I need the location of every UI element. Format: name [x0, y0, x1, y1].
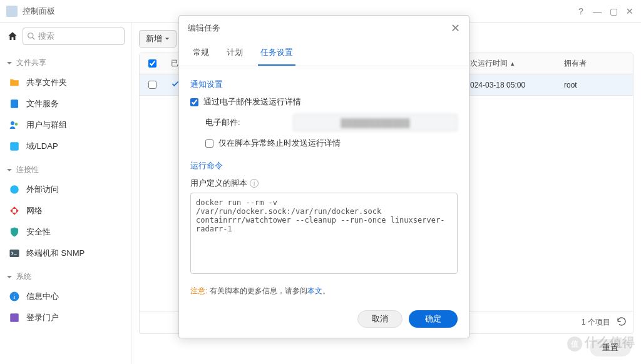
cell-owner: root [558, 81, 633, 89]
run-command-section-title: 运行命令 [190, 160, 458, 171]
notification-section-title: 通知设置 [190, 79, 458, 90]
sidebar-item-domain-ldap[interactable]: 域/LDAP [0, 136, 131, 157]
window-controls: ? — ▢ ✕ [576, 6, 635, 16]
item-count: 1 个项目 [582, 317, 610, 328]
minimize-icon[interactable]: — [592, 6, 602, 16]
ldap-icon [9, 141, 20, 152]
close-icon[interactable]: ✕ [451, 21, 460, 35]
sidebar-group-system[interactable]: 系统 [0, 268, 131, 286]
row-select-checkbox[interactable] [148, 81, 156, 89]
confirm-button[interactable]: 确定 [409, 310, 458, 328]
users-icon [9, 119, 20, 131]
sidebar-group-fileshare[interactable]: 文件共享 [0, 54, 131, 72]
tab-general[interactable]: 常规 [190, 41, 212, 66]
only-on-error-checkbox[interactable]: 仅在脚本异常终止时发送运行详情 [205, 138, 458, 149]
file-services-icon [9, 98, 20, 109]
column-next-run[interactable]: 次运行时间 ▲ [464, 58, 558, 69]
column-owner[interactable]: 拥有者 [558, 58, 633, 69]
tab-task-settings[interactable]: 任务设置 [258, 41, 295, 66]
sidebar-group-connectivity[interactable]: 连接性 [0, 161, 131, 179]
maximize-icon[interactable]: ▢ [608, 6, 618, 16]
info-icon: i [9, 291, 20, 302]
login-portal-icon [9, 312, 20, 323]
email-field[interactable]: ████████████ [293, 114, 458, 131]
network-icon [9, 205, 20, 216]
email-label: 电子邮件: [205, 117, 287, 128]
sidebar-item-terminal-snmp[interactable]: 终端机和 SNMP [0, 243, 131, 264]
sidebar-item-security[interactable]: 安全性 [0, 221, 131, 243]
svg-text:i: i [14, 293, 16, 300]
modal-tabs: 常规 计划 任务设置 [179, 41, 469, 66]
cancel-button[interactable]: 取消 [357, 310, 403, 328]
search-placeholder: 搜索 [38, 31, 54, 42]
svg-point-0 [28, 33, 33, 38]
sidebar-item-login-portal[interactable]: 登录门户 [0, 307, 131, 328]
help-icon[interactable]: ? [576, 6, 586, 16]
script-textarea[interactable] [190, 193, 458, 274]
home-icon[interactable] [6, 30, 19, 43]
svg-rect-7 [13, 209, 16, 213]
external-access-icon [9, 184, 20, 195]
sidebar: 搜索 文件共享 共享文件夹 文件服务 用户与群组 域/LDAP 连接性 [0, 23, 131, 364]
svg-rect-8 [10, 250, 19, 257]
svg-point-6 [10, 185, 19, 194]
cell-next-run: 024-03-18 05:00 [464, 81, 558, 89]
sidebar-item-external-access[interactable]: 外部访问 [0, 179, 131, 200]
close-window-icon[interactable]: ✕ [625, 6, 635, 16]
terminal-icon [9, 248, 20, 259]
sidebar-item-file-services[interactable]: 文件服务 [0, 93, 131, 114]
search-input[interactable]: 搜索 [23, 28, 125, 45]
email-notification-checkbox[interactable]: 通过电子邮件发送运行详情 [190, 96, 458, 108]
note-link[interactable]: 本文 [307, 286, 322, 295]
refresh-icon[interactable] [617, 316, 627, 328]
reset-button[interactable]: 重置 [590, 339, 631, 356]
sidebar-item-network[interactable]: 网络 [0, 200, 131, 221]
modal-body: 通知设置 通过电子邮件发送运行详情 电子邮件: ████████████ 仅在脚… [179, 66, 469, 303]
sidebar-item-info-center[interactable]: i 信息中心 [0, 286, 131, 307]
app-icon [6, 6, 18, 17]
svg-rect-11 [10, 313, 19, 322]
svg-rect-2 [11, 99, 18, 108]
svg-line-1 [33, 38, 35, 40]
sidebar-item-shared-folder[interactable]: 共享文件夹 [0, 72, 131, 93]
shield-icon [9, 226, 20, 238]
sidebar-item-users-groups[interactable]: 用户与群组 [0, 114, 131, 136]
svg-point-3 [11, 121, 14, 125]
tab-schedule[interactable]: 计划 [224, 41, 245, 66]
svg-rect-5 [10, 142, 19, 151]
select-all-checkbox[interactable] [148, 59, 156, 68]
script-note: 注意: 有关脚本的更多信息，请参阅本文。 [190, 286, 458, 296]
info-tooltip-icon[interactable]: i [250, 179, 259, 188]
script-label: 用户定义的脚本 [190, 178, 247, 189]
edit-task-modal: 编辑任务 ✕ 常规 计划 任务设置 通知设置 通过电子邮件发送运行详情 电子邮件… [178, 15, 469, 338]
svg-point-4 [15, 123, 18, 126]
add-button[interactable]: 新增 [139, 30, 177, 48]
modal-footer: 取消 确定 [179, 303, 469, 338]
folder-icon [9, 77, 20, 88]
modal-title: 编辑任务 [188, 23, 220, 34]
